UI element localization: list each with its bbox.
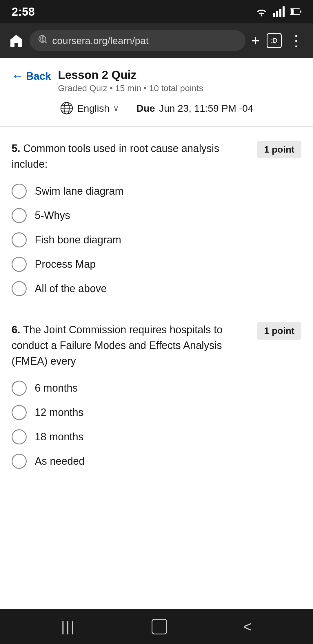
nav-menu-icon: ||| (61, 619, 75, 635)
status-icons (255, 6, 301, 17)
radio-process-map[interactable] (12, 257, 27, 272)
back-row: ← Back Lesson 2 Quiz Graded Quiz • 15 mi… (12, 68, 301, 93)
option-label-18-months: 18 months (35, 430, 83, 444)
radio-all-above[interactable] (12, 281, 27, 296)
status-bar: 2:58 (0, 0, 313, 23)
option-6-months[interactable]: 6 months (12, 381, 301, 396)
back-arrow-icon: ← (12, 70, 23, 83)
signal-icon (273, 6, 285, 17)
option-5-whys[interactable]: 5-Whys (12, 208, 301, 223)
question-number-6: 6. (12, 324, 20, 336)
option-label-12-months: 12 months (35, 405, 83, 420)
menu-button[interactable]: ⋮ (289, 32, 304, 49)
nav-back-button[interactable]: < (243, 618, 252, 635)
browser-actions[interactable]: + :D ⋮ (251, 32, 304, 49)
option-as-needed[interactable]: As needed (12, 454, 301, 469)
option-process-map[interactable]: Process Map (12, 257, 301, 272)
language-selector[interactable]: English ∨ (60, 101, 119, 115)
url-bar[interactable]: coursera.org/learn/pat (30, 30, 245, 51)
bottom-nav: ||| < (0, 609, 313, 644)
due-date: Jun 23, 11:59 PM -04 (159, 103, 253, 114)
option-swim-lane[interactable]: Swim lane diagram (12, 184, 301, 199)
svg-rect-2 (279, 9, 281, 17)
option-fish-bone[interactable]: Fish bone diagram (12, 232, 301, 247)
svg-rect-0 (273, 13, 275, 17)
questions-container: 5. Common tools used in root cause analy… (0, 127, 313, 609)
language-due-row: English ∨ Due Jun 23, 11:59 PM -04 (12, 101, 301, 118)
option-label-fish-bone: Fish bone diagram (35, 233, 121, 247)
battery-icon (290, 8, 301, 16)
back-button[interactable]: ← Back (12, 68, 51, 83)
option-label-all-above: All of the above (35, 281, 107, 296)
question-text-block-5: 5. Common tools used in root cause analy… (12, 141, 257, 172)
quiz-title: Lesson 2 Quiz (58, 68, 301, 82)
back-label: Back (26, 70, 51, 82)
due-label: Due (137, 103, 155, 114)
radio-fish-bone[interactable] (12, 232, 27, 247)
wifi-icon (255, 7, 268, 17)
home-icon[interactable] (9, 33, 24, 48)
chevron-down-icon: ∨ (113, 104, 119, 113)
tab-icon[interactable]: :D (267, 33, 282, 48)
quiz-title-block: Lesson 2 Quiz Graded Quiz • 15 min • 10 … (58, 68, 301, 93)
options-list-5: Swim lane diagram 5-Whys Fish bone diagr… (12, 184, 301, 296)
points-badge-5: 1 point (257, 141, 301, 158)
url-bar-icon (38, 35, 48, 46)
question-text-5: 5. Common tools used in root cause analy… (12, 142, 219, 170)
radio-18-months[interactable] (12, 429, 27, 444)
due-section: Due Jun 23, 11:59 PM -04 (137, 103, 253, 114)
option-label-as-needed: As needed (35, 454, 85, 468)
browser-bar: coursera.org/learn/pat + :D ⋮ (0, 23, 313, 58)
question-body-5: Common tools used in root cause analysis… (12, 142, 219, 170)
nav-home-icon (152, 619, 167, 634)
svg-line-11 (45, 41, 46, 43)
language-label: English (77, 103, 110, 114)
question-body-6: The Joint Commission requires hospitals … (12, 324, 223, 367)
radio-5-whys[interactable] (12, 208, 27, 223)
question-number-5: 5. (12, 142, 20, 154)
options-list-6: 6 months 12 months 18 months As needed (12, 381, 301, 469)
nav-back-icon: < (243, 618, 252, 635)
option-label-process-map: Process Map (35, 257, 96, 272)
nav-home-button[interactable] (152, 619, 167, 634)
question-header-5: 5. Common tools used in root cause analy… (12, 141, 301, 172)
radio-6-months[interactable] (12, 381, 27, 396)
svg-rect-1 (276, 11, 278, 17)
url-text: coursera.org/learn/pat (52, 35, 237, 46)
points-badge-6: 1 point (257, 322, 301, 340)
option-label-swim-lane: Swim lane diagram (35, 184, 123, 198)
svg-rect-3 (283, 6, 285, 17)
question-header-6: 6. The Joint Commission requires hospita… (12, 322, 301, 369)
radio-12-months[interactable] (12, 405, 27, 420)
radio-as-needed[interactable] (12, 454, 27, 469)
option-18-months[interactable]: 18 months (12, 429, 301, 444)
nav-menu-button[interactable]: ||| (61, 619, 75, 635)
quiz-header: ← Back Lesson 2 Quiz Graded Quiz • 15 mi… (0, 58, 313, 126)
option-label-5-whys: 5-Whys (35, 208, 70, 223)
new-tab-button[interactable]: + (251, 32, 260, 49)
option-12-months[interactable]: 12 months (12, 405, 301, 420)
radio-swim-lane[interactable] (12, 184, 27, 199)
globe-icon (60, 101, 74, 115)
status-time: 2:58 (12, 5, 35, 18)
option-all-above[interactable]: All of the above (12, 281, 301, 296)
question-block-5: 5. Common tools used in root cause analy… (12, 127, 301, 308)
quiz-meta: Graded Quiz • 15 min • 10 total points (58, 83, 301, 93)
svg-rect-6 (300, 10, 301, 13)
question-block-6: 6. The Joint Commission requires hospita… (12, 308, 301, 480)
question-text-block-6: 6. The Joint Commission requires hospita… (12, 322, 257, 369)
option-label-6-months: 6 months (35, 381, 78, 395)
question-text-6: 6. The Joint Commission requires hospita… (12, 324, 223, 367)
svg-rect-5 (291, 9, 294, 14)
